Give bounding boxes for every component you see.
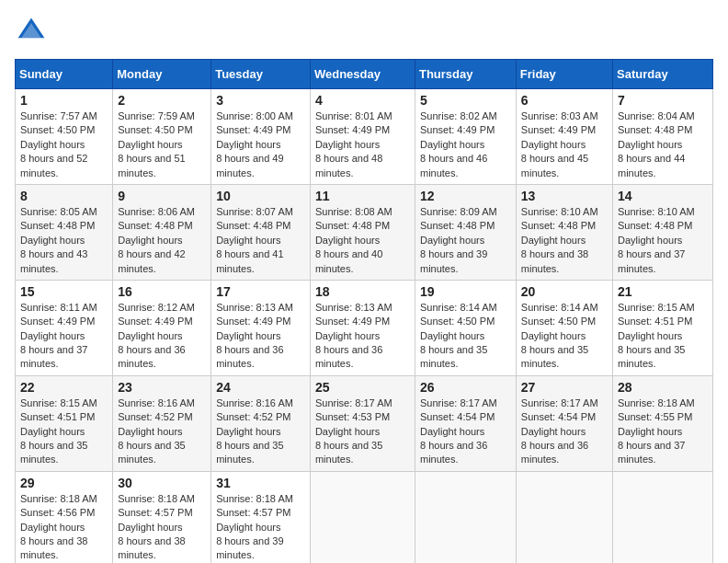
calendar-day-15: 15 Sunrise: 8:11 AMSunset: 4:49 PMDaylig… [16,280,113,375]
day-number: 22 [20,380,108,395]
calendar-day-14: 14 Sunrise: 8:10 AMSunset: 4:48 PMDaylig… [613,184,713,280]
day-number: 27 [521,380,608,395]
weekday-header-thursday: Thursday [415,60,516,89]
calendar-day-31: 31 Sunrise: 8:18 AMSunset: 4:57 PMDaylig… [211,471,311,563]
day-number: 9 [118,189,206,203]
day-number: 26 [420,380,511,395]
day-info: Sunrise: 8:18 AMSunset: 4:55 PMDaylight … [618,397,695,465]
weekday-header-tuesday: Tuesday [211,60,311,89]
day-info: Sunrise: 8:16 AMSunset: 4:52 PMDaylight … [216,397,293,465]
calendar-table: SundayMondayTuesdayWednesdayThursdayFrid… [15,59,713,563]
day-number: 4 [315,93,410,108]
day-info: Sunrise: 8:05 AMSunset: 4:48 PMDaylight … [20,206,97,274]
day-info: Sunrise: 8:11 AMSunset: 4:49 PMDaylight … [20,302,97,370]
day-number: 12 [420,189,511,203]
day-number: 6 [521,93,608,108]
calendar-day-8: 8 Sunrise: 8:05 AMSunset: 4:48 PMDayligh… [16,184,113,280]
calendar-day-6: 6 Sunrise: 8:03 AMSunset: 4:49 PMDayligh… [516,89,612,185]
calendar-day-25: 25 Sunrise: 8:17 AMSunset: 4:53 PMDaylig… [310,375,415,471]
day-info: Sunrise: 8:13 AMSunset: 4:49 PMDaylight … [315,302,392,370]
day-number: 1 [20,93,108,108]
day-number: 24 [216,380,305,395]
weekday-header-sunday: Sunday [16,60,113,89]
empty-cell [516,471,612,563]
day-info: Sunrise: 8:17 AMSunset: 4:54 PMDaylight … [420,397,497,465]
calendar-day-18: 18 Sunrise: 8:13 AMSunset: 4:49 PMDaylig… [310,280,415,375]
day-info: Sunrise: 8:18 AMSunset: 4:56 PMDaylight … [20,493,97,561]
empty-cell [415,471,516,563]
day-number: 23 [118,380,206,395]
day-number: 18 [315,284,410,299]
calendar-day-22: 22 Sunrise: 8:15 AMSunset: 4:51 PMDaylig… [16,375,113,471]
day-info: Sunrise: 8:12 AMSunset: 4:49 PMDaylight … [118,302,195,370]
day-info: Sunrise: 8:06 AMSunset: 4:48 PMDaylight … [118,206,195,274]
day-number: 17 [216,284,305,299]
day-number: 3 [216,93,305,108]
calendar-day-13: 13 Sunrise: 8:10 AMSunset: 4:48 PMDaylig… [516,184,612,280]
day-number: 13 [521,189,608,203]
calendar-day-21: 21 Sunrise: 8:15 AMSunset: 4:51 PMDaylig… [613,280,713,375]
calendar-day-29: 29 Sunrise: 8:18 AMSunset: 4:56 PMDaylig… [16,471,113,563]
calendar-day-10: 10 Sunrise: 8:07 AMSunset: 4:48 PMDaylig… [211,184,311,280]
day-info: Sunrise: 8:07 AMSunset: 4:48 PMDaylight … [216,206,293,274]
day-number: 21 [618,284,708,299]
day-info: Sunrise: 8:01 AMSunset: 4:49 PMDaylight … [315,110,392,178]
day-number: 28 [618,380,708,395]
day-number: 15 [20,284,108,299]
day-info: Sunrise: 8:14 AMSunset: 4:50 PMDaylight … [420,302,497,370]
day-info: Sunrise: 8:13 AMSunset: 4:49 PMDaylight … [216,302,293,370]
day-info: Sunrise: 8:10 AMSunset: 4:48 PMDaylight … [618,206,695,274]
calendar-day-20: 20 Sunrise: 8:14 AMSunset: 4:50 PMDaylig… [516,280,612,375]
day-number: 2 [118,93,206,108]
day-info: Sunrise: 8:10 AMSunset: 4:48 PMDaylight … [521,206,598,274]
day-number: 7 [618,93,708,108]
calendar-day-12: 12 Sunrise: 8:09 AMSunset: 4:48 PMDaylig… [415,184,516,280]
calendar-day-4: 4 Sunrise: 8:01 AMSunset: 4:49 PMDayligh… [310,89,415,185]
day-info: Sunrise: 8:02 AMSunset: 4:49 PMDaylight … [420,110,497,178]
weekday-header-friday: Friday [516,60,612,89]
day-info: Sunrise: 8:17 AMSunset: 4:53 PMDaylight … [315,397,392,465]
calendar-day-2: 2 Sunrise: 7:59 AMSunset: 4:50 PMDayligh… [113,89,211,185]
empty-cell [613,471,713,563]
logo-icon [15,15,48,48]
day-number: 8 [20,189,108,203]
day-info: Sunrise: 8:15 AMSunset: 4:51 PMDaylight … [618,302,695,370]
weekday-header-saturday: Saturday [613,60,713,89]
calendar-day-26: 26 Sunrise: 8:17 AMSunset: 4:54 PMDaylig… [415,375,516,471]
weekday-header-wednesday: Wednesday [310,60,415,89]
calendar-day-5: 5 Sunrise: 8:02 AMSunset: 4:49 PMDayligh… [415,89,516,185]
day-info: Sunrise: 8:16 AMSunset: 4:52 PMDaylight … [118,397,195,465]
day-info: Sunrise: 8:14 AMSunset: 4:50 PMDaylight … [521,302,598,370]
day-info: Sunrise: 8:04 AMSunset: 4:48 PMDaylight … [618,110,695,178]
day-info: Sunrise: 8:08 AMSunset: 4:48 PMDaylight … [315,206,392,274]
day-number: 20 [521,284,608,299]
day-number: 16 [118,284,206,299]
calendar-day-30: 30 Sunrise: 8:18 AMSunset: 4:57 PMDaylig… [113,471,211,563]
day-number: 14 [618,189,708,203]
day-number: 19 [420,284,511,299]
calendar-day-24: 24 Sunrise: 8:16 AMSunset: 4:52 PMDaylig… [211,375,311,471]
day-number: 10 [216,189,305,203]
empty-cell [310,471,415,563]
day-info: Sunrise: 8:17 AMSunset: 4:54 PMDaylight … [521,397,598,465]
day-number: 31 [216,476,305,490]
day-number: 11 [315,189,410,203]
day-info: Sunrise: 8:15 AMSunset: 4:51 PMDaylight … [20,397,97,465]
logo [15,15,51,48]
header [15,15,713,48]
calendar-day-9: 9 Sunrise: 8:06 AMSunset: 4:48 PMDayligh… [113,184,211,280]
day-info: Sunrise: 8:09 AMSunset: 4:48 PMDaylight … [420,206,497,274]
calendar-day-1: 1 Sunrise: 7:57 AMSunset: 4:50 PMDayligh… [16,89,113,185]
calendar-day-27: 27 Sunrise: 8:17 AMSunset: 4:54 PMDaylig… [516,375,612,471]
day-number: 5 [420,93,511,108]
calendar-day-7: 7 Sunrise: 8:04 AMSunset: 4:48 PMDayligh… [613,89,713,185]
calendar-day-16: 16 Sunrise: 8:12 AMSunset: 4:49 PMDaylig… [113,280,211,375]
calendar-day-23: 23 Sunrise: 8:16 AMSunset: 4:52 PMDaylig… [113,375,211,471]
day-number: 30 [118,476,206,490]
calendar-day-19: 19 Sunrise: 8:14 AMSunset: 4:50 PMDaylig… [415,280,516,375]
weekday-header-monday: Monday [113,60,211,89]
calendar-day-17: 17 Sunrise: 8:13 AMSunset: 4:49 PMDaylig… [211,280,311,375]
day-number: 29 [20,476,108,490]
day-info: Sunrise: 7:59 AMSunset: 4:50 PMDaylight … [118,110,195,178]
day-info: Sunrise: 8:18 AMSunset: 4:57 PMDaylight … [118,493,195,561]
